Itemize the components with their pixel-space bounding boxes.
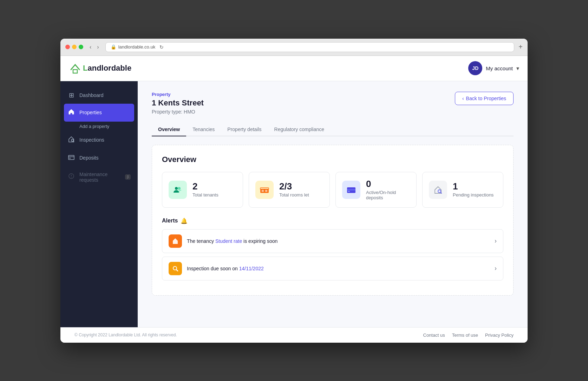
property-type: Property type: HMO xyxy=(152,109,204,115)
svg-rect-17 xyxy=(348,191,350,192)
deposits-icon xyxy=(67,154,75,162)
property-type-value: HMO xyxy=(184,109,195,115)
inspection-date-link[interactable]: 14/11/2022 xyxy=(239,266,264,271)
tabs: Overview Tenancies Property details Regu… xyxy=(152,123,514,136)
reload-btn[interactable]: ↻ xyxy=(159,44,164,50)
deposits-stat-value: 0 xyxy=(366,179,410,188)
svg-rect-16 xyxy=(347,189,355,190)
stat-card-inspections[interactable]: 1 Pending inspections xyxy=(422,172,503,208)
sidebar-item-properties[interactable]: Properties xyxy=(64,104,134,122)
browser-chrome: ‹ › 🔒 landlordable.co.uk ↻ + xyxy=(60,39,528,56)
back-nav-btn[interactable]: ‹ xyxy=(87,43,93,51)
svg-line-21 xyxy=(176,270,178,271)
traffic-light-yellow[interactable] xyxy=(72,45,77,49)
footer-links: Contact us Terms of use Privacy Policy xyxy=(423,332,514,338)
alert-left-tenancy: The tenancy Student rate is expiring soo… xyxy=(169,234,277,248)
overview-card: Overview xyxy=(152,145,514,296)
privacy-policy-link[interactable]: Privacy Policy xyxy=(485,332,514,338)
user-area[interactable]: JD My account ▾ xyxy=(468,61,519,75)
lock-icon: 🔒 xyxy=(111,44,116,50)
dashboard-icon: ⊞ xyxy=(67,91,75,99)
address-bar[interactable]: 🔒 landlordable.co.uk ↻ xyxy=(105,42,515,52)
alert-text-tenancy: The tenancy Student rate is expiring soo… xyxy=(187,238,277,244)
back-to-properties-btn[interactable]: ‹ Back to Properties xyxy=(455,92,514,105)
sidebar-label-maintenance: Maintenance requests xyxy=(79,172,119,183)
tab-tenancies[interactable]: Tenancies xyxy=(186,123,221,136)
tenants-stat-icon xyxy=(169,181,187,199)
username: My account xyxy=(486,65,513,71)
terms-of-use-link[interactable]: Terms of use xyxy=(452,332,478,338)
svg-point-2 xyxy=(71,139,73,141)
tab-regulatory[interactable]: Regulatory compliance xyxy=(268,123,331,136)
property-label: Property xyxy=(152,92,204,97)
deposits-stat-icon xyxy=(342,181,360,199)
svg-point-9 xyxy=(71,177,72,177)
alert-row-inspection[interactable]: Inspection due soon on 14/11/2022 › xyxy=(162,257,503,280)
back-arrow-icon: ‹ xyxy=(462,96,464,101)
content-area: Property 1 Kents Street Property type: H… xyxy=(138,81,528,327)
alert-text-inspection: Inspection due soon on 14/11/2022 xyxy=(187,266,264,271)
alerts-title-text: Alerts xyxy=(162,218,178,224)
forward-nav-btn[interactable]: › xyxy=(95,43,101,51)
sidebar-label-dashboard: Dashboard xyxy=(79,92,104,98)
logo-text: Landlordable xyxy=(83,64,131,73)
sidebar-sub-add-property[interactable]: Add a property xyxy=(60,122,138,131)
sidebar-item-dashboard[interactable]: ⊞ Dashboard xyxy=(60,87,138,104)
logo-icon xyxy=(69,62,81,75)
top-nav: Landlordable JD My account ▾ xyxy=(60,56,528,81)
svg-rect-12 xyxy=(260,189,269,193)
maintenance-icon xyxy=(67,173,75,181)
tenants-stat-info: 2 Total tenants xyxy=(192,182,218,198)
alerts-title: Alerts 🔔 xyxy=(162,218,503,224)
stat-card-tenants[interactable]: 2 Total tenants xyxy=(162,172,243,208)
contact-us-link[interactable]: Contact us xyxy=(423,332,445,338)
inspections-stat-value: 1 xyxy=(453,182,494,191)
tenants-stat-label: Total tenants xyxy=(192,192,218,198)
rooms-stat-icon xyxy=(255,181,274,199)
sidebar-item-inspections[interactable]: Inspections xyxy=(60,131,138,149)
deposits-stat-info: 0 Active/On-hold deposits xyxy=(366,179,410,200)
student-rate-link[interactable]: Student rate xyxy=(215,238,242,244)
tab-property-details[interactable]: Property details xyxy=(221,123,268,136)
deposits-stat-label: Active/On-hold deposits xyxy=(366,190,410,200)
alerts-section: Alerts 🔔 The tenancy Student rate xyxy=(162,218,503,280)
alert-row-tenancy-expiry[interactable]: The tenancy Student rate is expiring soo… xyxy=(162,229,503,253)
traffic-light-red[interactable] xyxy=(65,45,70,49)
sidebar: ⊞ Dashboard Properties Add a property xyxy=(60,81,138,327)
svg-rect-1 xyxy=(73,70,77,73)
svg-rect-14 xyxy=(265,190,267,192)
beta-badge: β xyxy=(125,174,131,180)
avatar: JD xyxy=(468,61,482,75)
tab-overview[interactable]: Overview xyxy=(152,123,186,136)
stat-card-deposits[interactable]: 0 Active/On-hold deposits xyxy=(335,172,417,208)
svg-point-11 xyxy=(178,187,181,190)
alert-icon-tenancy xyxy=(169,234,182,248)
url-text: landlordable.co.uk xyxy=(118,44,156,50)
stat-card-rooms[interactable]: 2/3 Total rooms let xyxy=(249,172,330,208)
sidebar-item-deposits[interactable]: Deposits xyxy=(60,149,138,167)
alert-icon-inspection xyxy=(169,262,182,275)
nav-buttons: ‹ › xyxy=(87,43,101,51)
sidebar-label-properties: Properties xyxy=(79,110,102,115)
bell-icon: 🔔 xyxy=(181,218,188,224)
new-tab-btn[interactable]: + xyxy=(518,43,523,51)
app: Landlordable JD My account ▾ ⊞ Dashboard xyxy=(60,56,528,343)
alert-chevron-inspection: › xyxy=(495,265,497,272)
sidebar-item-maintenance: Maintenance requests β xyxy=(60,167,138,187)
inspections-stat-info: 1 Pending inspections xyxy=(453,182,494,198)
property-info: Property 1 Kents Street Property type: H… xyxy=(152,92,204,115)
svg-rect-13 xyxy=(262,190,264,192)
tenants-stat-value: 2 xyxy=(192,182,218,191)
svg-rect-6 xyxy=(69,158,71,159)
property-type-label: Property type: xyxy=(152,109,182,115)
property-header: Property 1 Kents Street Property type: H… xyxy=(152,92,514,115)
inspections-icon xyxy=(67,136,75,144)
footer: © Copyright 2022 Landlordable Ltd. All r… xyxy=(60,327,528,343)
back-btn-label: Back to Properties xyxy=(466,96,506,101)
browser-window: ‹ › 🔒 landlordable.co.uk ↻ + Landlordabl… xyxy=(60,39,528,343)
copyright-text: © Copyright 2022 Landlordable Ltd. All r… xyxy=(74,332,177,337)
traffic-light-green[interactable] xyxy=(79,45,83,49)
property-name: 1 Kents Street xyxy=(152,98,204,108)
alert-chevron-tenancy: › xyxy=(495,237,497,245)
overview-title: Overview xyxy=(162,155,503,164)
